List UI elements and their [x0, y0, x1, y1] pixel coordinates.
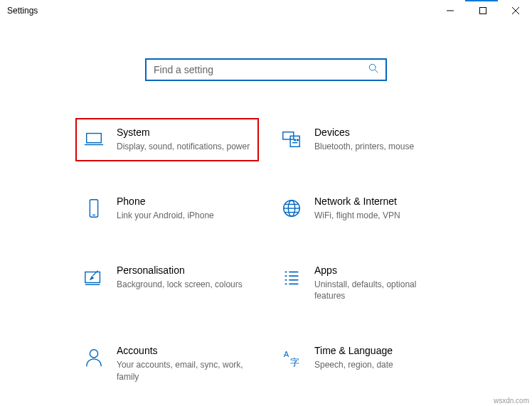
svg-rect-13: [90, 200, 97, 217]
svg-line-5: [375, 70, 378, 73]
svg-rect-9: [290, 136, 299, 146]
accent-bar: [465, 0, 498, 1]
laptop-icon: [83, 128, 105, 151]
settings-grid: System Display, sound, notifications, po…: [0, 118, 532, 392]
tile-desc: Display, sound, notifications, power: [117, 141, 252, 153]
svg-line-22: [92, 270, 98, 276]
phone-icon: [83, 197, 105, 220]
tile-desc: Bluetooth, printers, mouse: [314, 141, 449, 153]
maximize-button[interactable]: [467, 0, 499, 21]
accounts-icon: [83, 346, 105, 369]
tile-desc: Speech, region, date: [314, 359, 449, 371]
tile-desc: Link your Android, iPhone: [117, 210, 252, 222]
svg-text:字: 字: [290, 357, 299, 368]
tile-title: Personalisation: [117, 265, 252, 276]
search-icon: [368, 63, 378, 76]
titlebar: Settings: [0, 0, 532, 21]
tile-personalisation[interactable]: Personalisation Background, lock screen,…: [75, 256, 259, 311]
tile-system[interactable]: System Display, sound, notifications, po…: [75, 118, 259, 161]
time-language-icon: A字: [280, 346, 303, 369]
apps-icon: [280, 266, 303, 289]
devices-icon: [280, 128, 303, 151]
window-title: Settings: [7, 6, 38, 16]
search-container: [0, 58, 532, 81]
tile-network[interactable]: Network & Internet WiFi, flight mode, VP…: [273, 187, 457, 230]
tile-phone[interactable]: Phone Link your Android, iPhone: [75, 187, 259, 230]
svg-text:A: A: [284, 350, 289, 358]
globe-icon: [280, 197, 303, 220]
svg-rect-6: [87, 134, 102, 143]
search-box[interactable]: [145, 58, 387, 81]
svg-point-31: [90, 350, 97, 358]
tile-desc: Background, lock screen, colours: [117, 279, 252, 291]
tile-time-language[interactable]: A字 Time & Language Speech, region, date: [273, 336, 457, 392]
svg-point-4: [369, 64, 376, 70]
tile-apps[interactable]: Apps Uninstall, defaults, optional featu…: [273, 256, 457, 311]
svg-point-10: [294, 139, 296, 141]
svg-point-11: [297, 139, 299, 141]
personalisation-icon: [83, 266, 105, 289]
svg-rect-1: [480, 8, 486, 14]
tile-title: Devices: [314, 127, 449, 138]
tile-desc: Your accounts, email, sync, work, family: [117, 359, 252, 383]
tile-title: Accounts: [117, 345, 252, 356]
tile-accounts[interactable]: Accounts Your accounts, email, sync, wor…: [75, 336, 259, 392]
minimize-button[interactable]: [434, 0, 467, 21]
tile-title: Network & Internet: [314, 196, 449, 207]
close-button[interactable]: [499, 0, 532, 21]
watermark: wsxdn.com: [494, 397, 529, 405]
tile-title: Phone: [117, 196, 252, 207]
tile-title: Time & Language: [314, 345, 449, 356]
tile-title: System: [117, 127, 252, 138]
tile-devices[interactable]: Devices Bluetooth, printers, mouse: [273, 118, 457, 161]
tile-title: Apps: [314, 265, 449, 276]
tile-desc: Uninstall, defaults, optional features: [314, 279, 449, 303]
search-input[interactable]: [154, 64, 368, 75]
tile-desc: WiFi, flight mode, VPN: [314, 210, 449, 222]
